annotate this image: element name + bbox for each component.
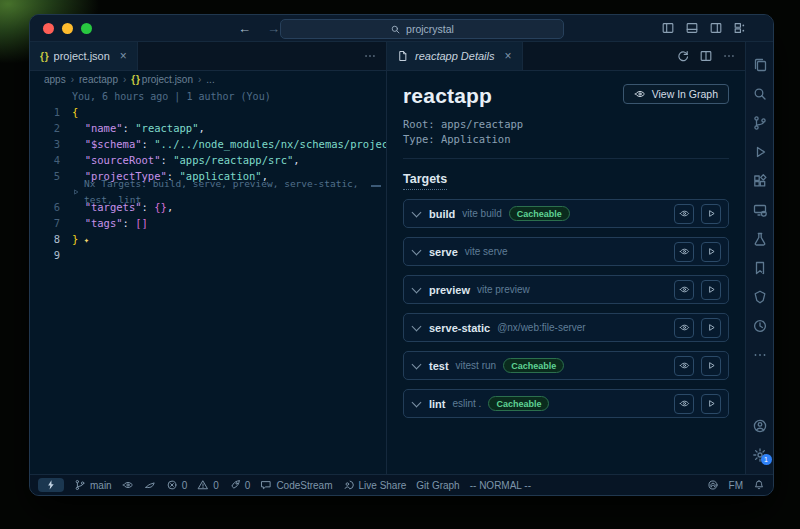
status-item-0[interactable]: 0: [197, 479, 219, 491]
chevron-down-icon[interactable]: [412, 397, 422, 407]
activity-remote[interactable]: [748, 195, 772, 224]
close-icon[interactable]: ×: [505, 49, 512, 63]
breadcrumb-item[interactable]: ...: [206, 74, 214, 85]
chevron-down-icon[interactable]: [412, 321, 422, 331]
status-item-fm[interactable]: FM: [729, 480, 743, 491]
status-item-live-share[interactable]: Live Share: [343, 479, 407, 491]
status-item-bird[interactable]: [144, 479, 156, 491]
target-command: vite build: [462, 208, 501, 219]
nx-targets-codelens[interactable]: Nx Targets: build, serve, preview, serve…: [30, 184, 386, 199]
project-title: reactapp: [403, 84, 492, 108]
activity-extensions[interactable]: [748, 166, 772, 195]
tab-project-json[interactable]: { } project.json ×: [30, 42, 138, 70]
status-item-0[interactable]: 0: [229, 479, 251, 491]
status-item-eye[interactable]: [122, 479, 134, 491]
target-row-test[interactable]: testvitest runCacheable: [403, 351, 729, 380]
activity-run-debug[interactable]: [748, 137, 772, 166]
code-text: "sourceRoot": "apps/reactapp/src",: [72, 152, 300, 168]
target-row-build[interactable]: buildvite buildCacheable: [403, 199, 729, 228]
view-target-button[interactable]: [674, 318, 694, 338]
panel-right-icon[interactable]: [709, 21, 723, 35]
divider: [403, 158, 729, 159]
breadcrumb-item[interactable]: { }project.json: [131, 74, 193, 85]
split-icon[interactable]: [699, 49, 713, 63]
breadcrumb: apps›reactapp›{ }project.json›...: [30, 71, 386, 88]
minimize-window-button[interactable]: [62, 23, 73, 34]
editor-group-right: reactapp Details × reactapp View In Grap…: [387, 42, 746, 475]
activity-beaker[interactable]: [748, 224, 772, 253]
panel-left-icon[interactable]: [661, 21, 675, 35]
chevron-down-icon[interactable]: [412, 207, 422, 217]
left-tab-bar: { } project.json ×: [30, 42, 386, 71]
chevron-down-icon[interactable]: [412, 283, 422, 293]
close-window-button[interactable]: [43, 23, 54, 34]
activity-search[interactable]: [748, 79, 772, 108]
activity-timeline[interactable]: [748, 311, 772, 340]
search-icon: [390, 24, 401, 35]
code-text: {: [72, 104, 78, 120]
view-target-button[interactable]: [674, 394, 694, 414]
view-target-button[interactable]: [674, 280, 694, 300]
code-line[interactable]: 2 "name": "reactapp",: [30, 120, 386, 136]
status-item-codestream[interactable]: CodeStream: [260, 479, 332, 491]
code-text: "targets": {},: [72, 199, 173, 215]
view-target-button[interactable]: [674, 242, 694, 262]
status-item-git-graph[interactable]: Git Graph: [416, 480, 459, 491]
back-icon[interactable]: ←: [238, 21, 251, 36]
run-target-button[interactable]: [701, 204, 721, 224]
chevron-down-icon[interactable]: [412, 359, 422, 369]
view-target-button[interactable]: [674, 204, 694, 224]
command-center-search[interactable]: projcrystal: [280, 19, 564, 39]
ellipsis-icon[interactable]: [722, 49, 736, 63]
status-item-main[interactable]: main: [74, 479, 112, 491]
layout-icon[interactable]: [733, 21, 747, 35]
target-row-lint[interactable]: linteslint .Cacheable: [403, 389, 729, 418]
target-name: serve: [429, 246, 458, 258]
target-row-preview[interactable]: previewvite preview: [403, 275, 729, 304]
code-line[interactable]: 7 "tags": []: [30, 215, 386, 231]
refresh-icon[interactable]: [676, 49, 690, 63]
ellipsis-icon[interactable]: [363, 49, 377, 63]
breadcrumb-item[interactable]: reactapp: [79, 74, 118, 85]
forward-icon[interactable]: →: [267, 21, 280, 36]
code-line[interactable]: 4 "sourceRoot": "apps/reactapp/src",: [30, 152, 386, 168]
activity-account[interactable]: [748, 411, 772, 440]
status-item-pretzel[interactable]: [707, 479, 719, 491]
activity-bookmark[interactable]: [748, 253, 772, 282]
activity-ellipsis[interactable]: [748, 340, 772, 369]
code-editor[interactable]: You, 6 hours ago | 1 author (You)1{2 "na…: [30, 88, 386, 475]
x-circle-icon: [166, 479, 178, 491]
view-in-graph-button[interactable]: View In Graph: [623, 84, 729, 104]
title-bar: ← → projcrystal: [30, 15, 773, 42]
panel-bottom-icon[interactable]: [685, 21, 699, 35]
code-line[interactable]: 1{: [30, 104, 386, 120]
line-number: 1: [30, 104, 72, 120]
close-icon[interactable]: ×: [120, 49, 127, 63]
maximize-window-button[interactable]: [81, 23, 92, 34]
breadcrumb-item[interactable]: apps: [44, 74, 66, 85]
run-target-button[interactable]: [701, 242, 721, 262]
status-item-normal[interactable]: -- NORMAL --: [470, 480, 531, 491]
status-label: main: [90, 480, 112, 491]
target-name: lint: [429, 398, 446, 410]
tab-reactapp-details[interactable]: reactapp Details ×: [387, 42, 523, 70]
activity-files[interactable]: [748, 50, 772, 79]
target-row-serve[interactable]: servevite serve: [403, 237, 729, 266]
project-details-panel: reactapp View In Graph Root: apps/reacta…: [387, 71, 745, 475]
code-line[interactable]: 8} ✦: [30, 231, 386, 247]
view-target-button[interactable]: [674, 356, 694, 376]
run-target-button[interactable]: [701, 318, 721, 338]
target-row-serve-static[interactable]: serve-static@nx/web:file-server: [403, 313, 729, 342]
status-item-0[interactable]: 0: [166, 479, 188, 491]
run-target-button[interactable]: [701, 280, 721, 300]
code-line[interactable]: 9: [30, 247, 386, 263]
status-item-bell[interactable]: [753, 479, 765, 491]
status-item-lightning[interactable]: [38, 478, 64, 492]
run-target-button[interactable]: [701, 394, 721, 414]
activity-settings[interactable]: 1: [748, 440, 772, 469]
activity-git-branch[interactable]: [748, 108, 772, 137]
activity-gitlens[interactable]: [748, 282, 772, 311]
run-target-button[interactable]: [701, 356, 721, 376]
code-line[interactable]: 3 "$schema": "../../node_modules/nx/sche…: [30, 136, 386, 152]
chevron-down-icon[interactable]: [412, 245, 422, 255]
